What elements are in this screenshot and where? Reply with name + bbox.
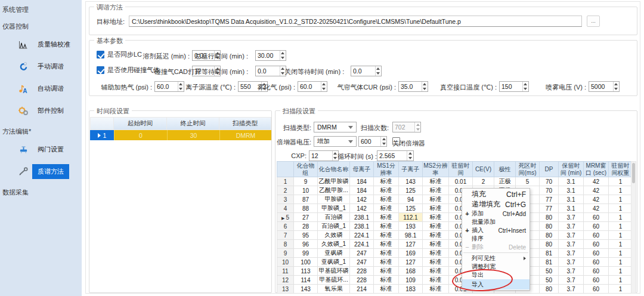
mrm-cell[interactable]: 42 xyxy=(584,204,609,213)
sync-lc-checkbox[interactable]: 是否同步LC xyxy=(97,50,142,59)
close-wait-spinner[interactable] xyxy=(351,66,382,76)
mrm-cell[interactable]: 60 xyxy=(584,249,609,258)
mrm-cell[interactable]: 183 xyxy=(399,285,423,294)
mrm-cell[interactable]: 标准 xyxy=(423,222,449,231)
table-row[interactable]: 14144氧乐果_1214标准109标准0.01803.7601 xyxy=(277,294,633,294)
spinner-input[interactable] xyxy=(377,151,407,161)
mrm-cell[interactable]: 1 xyxy=(609,267,633,276)
mrm-cell[interactable]: 标准 xyxy=(374,222,399,231)
spin-up-icon[interactable] xyxy=(523,82,528,87)
mrm-cell[interactable]: 标准 xyxy=(374,249,399,258)
row-header[interactable]: 9 xyxy=(277,249,294,258)
mrm-cell[interactable]: 正极 xyxy=(494,177,516,186)
mrm-cell[interactable]: 70 xyxy=(540,177,559,186)
mrm-cell[interactable]: 247 xyxy=(350,258,374,267)
spin-down-icon[interactable] xyxy=(422,87,428,91)
mrm-cell[interactable]: 99 xyxy=(294,249,318,258)
column-header[interactable]: MRM窗口 (sec) xyxy=(584,162,609,177)
mrm-cell[interactable] xyxy=(473,294,494,294)
spin-down-icon[interactable] xyxy=(280,56,286,60)
scan-type-dropdown[interactable]: DMRM xyxy=(314,122,357,132)
mrm-cell[interactable]: 0.01 xyxy=(449,177,473,186)
column-header[interactable]: 终止时间 xyxy=(167,117,219,130)
multiplier-voltage-spinner[interactable] xyxy=(358,136,387,147)
mrm-cell[interactable]: 70 xyxy=(540,186,559,195)
mrm-cell[interactable]: 184 xyxy=(350,177,374,186)
mrm-cell[interactable]: 标准 xyxy=(374,213,399,222)
mrm-cell[interactable]: 87 xyxy=(294,195,318,204)
multiplier-mode-dropdown[interactable]: 增加 xyxy=(314,136,357,147)
mrm-cell[interactable]: 109 xyxy=(399,276,423,285)
mrm-cell[interactable]: 标准 xyxy=(374,186,399,195)
spin-down-icon[interactable] xyxy=(321,87,327,91)
row-header[interactable]: 1 xyxy=(277,177,294,186)
mrm-cell[interactable]: 127 xyxy=(399,258,423,267)
mrm-cell[interactable]: 109 xyxy=(399,294,423,294)
mrm-cell[interactable]: 5 xyxy=(516,177,540,186)
nebulizer-gas-spinner[interactable] xyxy=(298,81,327,92)
mrm-cell[interactable]: 标准 xyxy=(423,186,449,195)
spin-down-icon[interactable] xyxy=(407,156,413,161)
row-header[interactable]: 7 xyxy=(277,231,294,240)
mrm-cell[interactable]: 125 xyxy=(399,204,423,213)
mrm-cell[interactable]: 亚砜磷_1 xyxy=(318,258,350,267)
mrm-cell[interactable]: 标准 xyxy=(423,276,449,285)
menu-item-delete[interactable]: −删除Delete xyxy=(462,243,530,251)
checkbox-box[interactable] xyxy=(97,51,104,58)
sidebar-section-label[interactable]: 仪器控制 xyxy=(0,17,82,33)
mrm-cell[interactable]: 标准 xyxy=(374,177,399,186)
mrm-cell[interactable]: 113 xyxy=(294,267,318,276)
spin-down-icon[interactable] xyxy=(614,87,619,91)
sidebar-section-label[interactable]: 数据采集 xyxy=(0,183,82,199)
mrm-cell[interactable]: 94 xyxy=(399,195,423,204)
mrm-cell[interactable]: 标准 xyxy=(423,285,449,294)
time-segment-cell[interactable]: 30 xyxy=(167,130,219,140)
mrm-cell[interactable]: 1 xyxy=(609,276,633,285)
mrm-cell[interactable]: 1 xyxy=(609,213,633,222)
table-row[interactable]: 13143氧乐果214标准183标准0.01803.7601 xyxy=(277,285,633,294)
table-row[interactable]: 10100亚砜磷_1247标准127标准0.01813.7601 xyxy=(277,258,633,267)
menu-item-fill[interactable]: 填充Ctrl+F xyxy=(462,189,530,199)
mrm-cell[interactable]: 3.7 xyxy=(559,213,584,222)
mrm-cell[interactable]: 2 xyxy=(473,177,494,186)
mrm-cell[interactable]: 标准 xyxy=(423,267,449,276)
mrm-cell[interactable]: 60 xyxy=(584,240,609,249)
mrm-cell[interactable]: 3.7 xyxy=(559,276,584,285)
spin-down-icon[interactable] xyxy=(523,87,528,91)
mrm-cell[interactable] xyxy=(516,294,540,294)
table-row[interactable]: 628百治磷_1238.1标准193标准0.01803.7601 xyxy=(277,222,633,231)
mrm-cell[interactable]: 3.7 xyxy=(559,222,584,231)
mrm-cell[interactable]: 142 xyxy=(350,195,374,204)
mrm-cell[interactable]: 88 xyxy=(294,204,318,213)
mrm-cell[interactable]: 238.1 xyxy=(350,213,374,222)
row-header[interactable]: 14 xyxy=(277,294,294,294)
mrm-cell[interactable]: 247 xyxy=(350,249,374,258)
mrm-cell[interactable]: 77 xyxy=(540,195,559,204)
time-segment-cell[interactable]: 0 xyxy=(114,130,167,140)
mrm-cell[interactable]: 亚砜磷 xyxy=(318,249,350,258)
mrm-cell[interactable]: 1 xyxy=(609,195,633,204)
mrm-cell[interactable]: 久效磷 xyxy=(318,231,350,240)
mrm-cell[interactable]: 60 xyxy=(584,213,609,222)
mrm-cell[interactable]: 228 xyxy=(350,267,374,276)
mrm-cell[interactable]: 60 xyxy=(584,294,609,294)
checkbox-box[interactable] xyxy=(97,66,104,74)
mrm-cell[interactable]: 标准 xyxy=(423,249,449,258)
sidebar-item-valve-settings[interactable]: 阀门设置 xyxy=(0,138,82,161)
mrm-cell[interactable]: 标准 xyxy=(374,195,399,204)
mrm-cell[interactable]: 27 xyxy=(294,213,318,222)
scrollbar-thumb[interactable] xyxy=(632,163,635,183)
mrm-cell[interactable]: 百治磷_1 xyxy=(318,222,350,231)
mrm-cell[interactable]: 9 xyxy=(294,177,318,186)
mrm-cell[interactable]: 3.7 xyxy=(559,240,584,249)
mrm-cell[interactable]: 100 xyxy=(294,258,318,267)
row-header[interactable]: 1 xyxy=(90,130,114,140)
mrm-cell[interactable]: 3.1 xyxy=(559,177,584,186)
mrm-cell[interactable]: 60 xyxy=(584,258,609,267)
mrm-cell[interactable]: 甲基硫环... xyxy=(318,276,350,285)
spin-up-icon[interactable] xyxy=(321,82,327,87)
mrm-cell[interactable]: 184 xyxy=(350,186,374,195)
mrm-cell[interactable]: 3.1 xyxy=(559,204,584,213)
mrm-cell[interactable]: 42 xyxy=(584,195,609,204)
spin-up-icon[interactable] xyxy=(407,151,413,156)
